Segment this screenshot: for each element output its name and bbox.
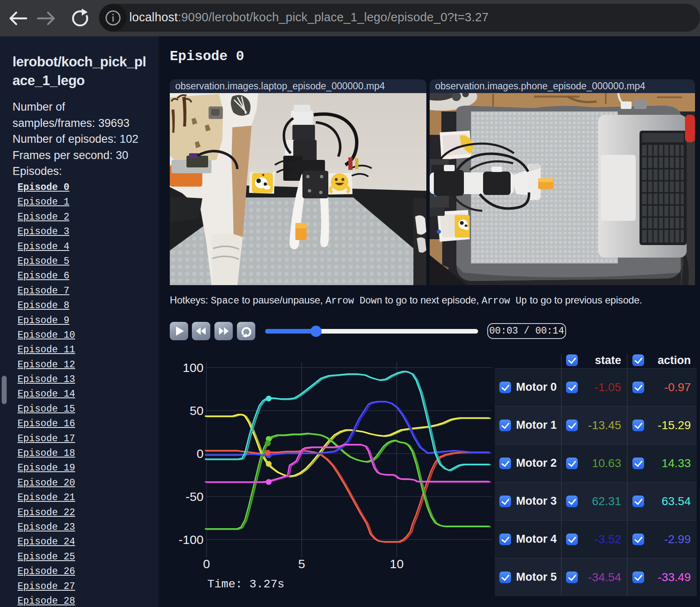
svg-text:10: 10 bbox=[390, 557, 403, 571]
svg-text:0: 0 bbox=[196, 447, 204, 460]
svg-text:5: 5 bbox=[298, 557, 305, 571]
svg-text:-100: -100 bbox=[179, 533, 204, 546]
svg-text:-50: -50 bbox=[186, 490, 204, 503]
svg-text:100: 100 bbox=[183, 361, 204, 374]
svg-text:50: 50 bbox=[190, 404, 204, 417]
svg-text:0: 0 bbox=[203, 557, 210, 571]
